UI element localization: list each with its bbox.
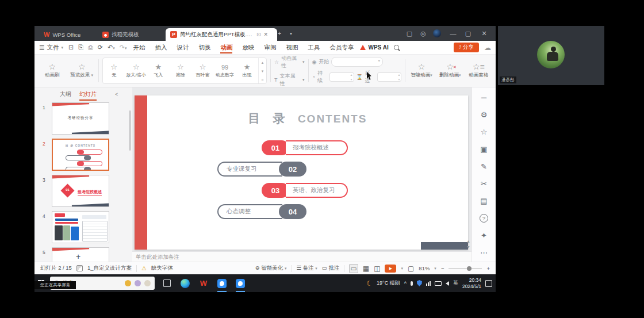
save-icon[interactable]: ⊡ <box>68 44 74 51</box>
properties-icon[interactable]: ⚙ <box>481 110 488 119</box>
new-slide-button[interactable]: + <box>76 252 80 261</box>
tab-animation[interactable]: 动画 <box>219 41 233 54</box>
search-highlight-icon[interactable] <box>125 280 131 286</box>
zoom-chevron-icon[interactable]: ▾ <box>434 266 436 271</box>
tab-design[interactable]: 设计 <box>175 41 190 54</box>
toc-item-2[interactable]: 专业课复习 02 <box>217 162 306 177</box>
slide-thumbnail-3[interactable]: 01 报考院校概述 <box>52 175 109 207</box>
participant-video-tile[interactable]: 潘彦彤 <box>498 26 604 85</box>
wps-ai-button[interactable]: WPS AI <box>360 44 388 51</box>
gallery-item-none[interactable]: ☆ 无 <box>103 63 125 78</box>
weather-label[interactable]: 19°C 晴朗 <box>377 279 400 287</box>
tab-docer-templates[interactable]: 找稻壳模板 <box>98 28 144 41</box>
print-icon[interactable]: ⎙ <box>88 44 93 51</box>
clock[interactable]: 20:34 2024/5/1 <box>462 277 481 289</box>
layout-switch-icon[interactable]: ▢ <box>402 26 416 41</box>
gallery-scroll[interactable]: ▴ ▾ ≡ <box>258 58 266 83</box>
ime-indicator[interactable]: 英 <box>453 279 458 287</box>
tab-review[interactable]: 审阅 <box>263 41 277 54</box>
design-scheme-label[interactable]: 1_自定义设计方案 <box>87 265 132 272</box>
notes-area[interactable]: 单击此处添加备注 <box>132 251 471 262</box>
slide-thumbnail-4[interactable] <box>52 211 109 243</box>
fullscreen-icon[interactable]: ▢ <box>408 265 414 273</box>
volume-icon[interactable] <box>446 281 449 286</box>
toc-item-3[interactable]: 03 英语、政治复习 <box>262 183 348 198</box>
scroll-down-icon[interactable]: ▼ <box>466 245 470 249</box>
delete-animation-button[interactable]: ☆✕ 删除动画▾ <box>438 63 463 79</box>
gallery-item-blinds[interactable]: ☆ 百叶窗 <box>191 63 214 78</box>
zoom-level[interactable]: 81% <box>419 265 430 271</box>
beautify-button[interactable]: ⊖ 智能美化 ▾ <box>255 265 287 272</box>
sync-icon[interactable]: ⟳ <box>98 44 103 51</box>
reading-view-icon[interactable]: ◫ <box>374 265 380 273</box>
start-mode-select[interactable] <box>331 57 383 67</box>
security-shield-icon[interactable] <box>417 280 422 286</box>
redo-icon[interactable]: ↷▾ <box>120 44 127 51</box>
more-icon[interactable]: ⋯ <box>480 248 488 257</box>
tab-insert[interactable]: 插入 <box>154 41 168 54</box>
canvas-scrollbar[interactable]: ▲ ▼ <box>466 239 470 249</box>
comments-button[interactable]: ▭ 批注 <box>322 265 340 272</box>
tab-wps-office[interactable]: W WPS Office <box>39 28 85 41</box>
scroll-down-icon[interactable]: ▾ <box>262 69 264 74</box>
collapse-panel-icon[interactable]: < <box>115 91 118 97</box>
wps-app-button[interactable]: W <box>197 274 210 292</box>
zoom-out-icon[interactable]: − <box>441 265 444 271</box>
tools-scissors-icon[interactable]: ✂ <box>481 179 487 188</box>
tab-presentation-file[interactable]: P 简约红灰配色通用PPT模板.ppt ⊡ ✕ <box>166 28 277 41</box>
close-button[interactable]: ✕ <box>477 26 491 41</box>
slide-thumbnail-2-selected[interactable]: 目 录 CONTENTS <box>52 139 109 171</box>
minimize-button[interactable]: — <box>446 26 460 41</box>
tab-tools[interactable]: 工具 <box>306 41 321 54</box>
tab-transition[interactable]: 切换 <box>197 41 212 54</box>
help-icon[interactable]: ? <box>480 214 488 223</box>
device-icon[interactable] <box>435 281 442 286</box>
scroll-up-icon[interactable]: ▲ <box>466 239 470 243</box>
meeting-app-button[interactable] <box>216 274 228 292</box>
animation-star-icon[interactable]: ☆ <box>481 128 488 136</box>
task-view-button[interactable] <box>160 274 173 292</box>
tab-view[interactable]: 视图 <box>285 41 299 54</box>
notes-button[interactable]: ☰ 备注 ▾ <box>297 265 317 272</box>
scroll-up-icon[interactable]: ▴ <box>262 60 264 65</box>
search-highlight-icon[interactable] <box>144 280 151 286</box>
animation-painter-button[interactable]: ☆ 动画刷 <box>39 63 65 79</box>
shapes-icon[interactable]: ▣ <box>480 145 487 154</box>
output-icon[interactable]: ⎘ <box>78 44 83 51</box>
delay-input[interactable] <box>377 72 402 82</box>
tab-slideshow[interactable]: 放映 <box>241 41 255 54</box>
search-icon[interactable] <box>394 45 399 50</box>
normal-view-icon[interactable]: ▭ <box>349 264 358 273</box>
share-button[interactable]: ⤴ 分享 <box>454 43 479 52</box>
tab-outline[interactable]: 大纲 <box>60 90 71 98</box>
preview-effect-button[interactable]: ☆ 预览效果 ▾ <box>68 63 94 79</box>
tab-close-icon[interactable]: ✕ <box>264 32 269 37</box>
zoom-in-icon[interactable]: + <box>486 265 490 271</box>
animation-properties-button[interactable]: ☆ 动画属性 ▾ <box>274 55 305 70</box>
play-slideshow-button[interactable]: ▶ <box>385 265 396 273</box>
slide-title[interactable]: 目 录 CONTENTS <box>147 110 468 127</box>
file-menu[interactable]: ☰ 文件 ▾ <box>39 44 63 52</box>
meeting-app-button-2[interactable] <box>234 274 247 292</box>
toc-item-1[interactable]: 01 报考院校概述 <box>262 140 348 155</box>
tab-home[interactable]: 开始 <box>132 41 146 54</box>
missing-font-label[interactable]: 缺失字体 <box>151 265 173 272</box>
skin-icon[interactable]: ✦ <box>481 231 487 240</box>
theme-icon[interactable]: ◎ <box>416 26 430 41</box>
text-properties-button[interactable]: T 文本属性 ▾ <box>274 72 305 87</box>
network-signal-icon[interactable] <box>426 281 431 286</box>
zoom-slider-knob[interactable] <box>467 266 471 271</box>
gallery-item-flyin[interactable]: ★ 飞入 <box>147 63 170 78</box>
collapse-icon[interactable]: ─ <box>481 93 486 102</box>
toc-item-4[interactable]: 心态调整 04 <box>217 204 306 219</box>
slide-thumbnail-1[interactable]: 考研经验分享 <box>52 102 109 135</box>
search-highlight-icon[interactable] <box>135 280 141 286</box>
tab-list-chevron-icon[interactable]: ▾ <box>284 26 298 41</box>
design-pen-icon[interactable]: ✎ <box>481 162 487 171</box>
smart-animation-button[interactable]: ☆ 智能动画▾ <box>409 63 434 79</box>
play-options-chevron-icon[interactable]: ▾ <box>401 266 403 271</box>
gallery-expand-icon[interactable]: ≡ <box>261 78 263 82</box>
account-avatar[interactable] <box>430 26 444 41</box>
slide-sorter-icon[interactable]: ▦ <box>363 265 369 273</box>
restore-button[interactable]: ▢ <box>461 26 475 41</box>
